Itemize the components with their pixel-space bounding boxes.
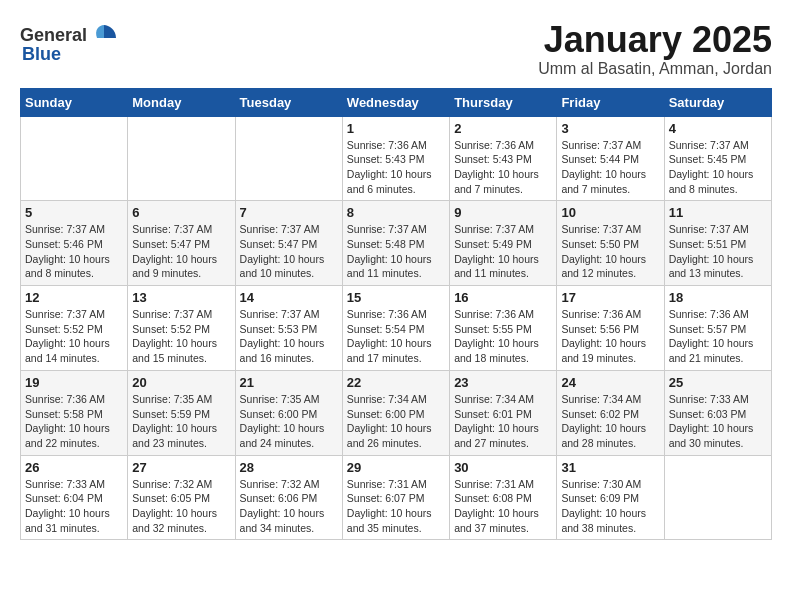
- day-number: 9: [454, 205, 552, 220]
- day-info: Sunrise: 7:36 AM Sunset: 5:43 PM Dayligh…: [454, 138, 552, 197]
- calendar-cell: 5Sunrise: 7:37 AM Sunset: 5:46 PM Daylig…: [21, 201, 128, 286]
- calendar-cell: 23Sunrise: 7:34 AM Sunset: 6:01 PM Dayli…: [450, 370, 557, 455]
- day-number: 25: [669, 375, 767, 390]
- logo-icon: [89, 20, 119, 50]
- weekday-header-row: SundayMondayTuesdayWednesdayThursdayFrid…: [21, 88, 772, 116]
- calendar-week-row: 1Sunrise: 7:36 AM Sunset: 5:43 PM Daylig…: [21, 116, 772, 201]
- day-number: 7: [240, 205, 338, 220]
- calendar-cell: 29Sunrise: 7:31 AM Sunset: 6:07 PM Dayli…: [342, 455, 449, 540]
- logo: General Blue: [20, 20, 119, 65]
- day-info: Sunrise: 7:36 AM Sunset: 5:56 PM Dayligh…: [561, 307, 659, 366]
- weekday-header: Tuesday: [235, 88, 342, 116]
- day-number: 20: [132, 375, 230, 390]
- day-number: 27: [132, 460, 230, 475]
- logo-general: General: [20, 25, 87, 46]
- day-info: Sunrise: 7:37 AM Sunset: 5:46 PM Dayligh…: [25, 222, 123, 281]
- day-number: 5: [25, 205, 123, 220]
- day-number: 10: [561, 205, 659, 220]
- calendar-cell: 21Sunrise: 7:35 AM Sunset: 6:00 PM Dayli…: [235, 370, 342, 455]
- day-info: Sunrise: 7:34 AM Sunset: 6:00 PM Dayligh…: [347, 392, 445, 451]
- month-title: January 2025: [538, 20, 772, 60]
- day-info: Sunrise: 7:31 AM Sunset: 6:07 PM Dayligh…: [347, 477, 445, 536]
- calendar-cell: [235, 116, 342, 201]
- day-number: 16: [454, 290, 552, 305]
- day-number: 18: [669, 290, 767, 305]
- day-info: Sunrise: 7:33 AM Sunset: 6:03 PM Dayligh…: [669, 392, 767, 451]
- calendar-cell: [21, 116, 128, 201]
- calendar-cell: 31Sunrise: 7:30 AM Sunset: 6:09 PM Dayli…: [557, 455, 664, 540]
- calendar-week-row: 5Sunrise: 7:37 AM Sunset: 5:46 PM Daylig…: [21, 201, 772, 286]
- day-number: 30: [454, 460, 552, 475]
- day-info: Sunrise: 7:32 AM Sunset: 6:05 PM Dayligh…: [132, 477, 230, 536]
- day-number: 19: [25, 375, 123, 390]
- day-info: Sunrise: 7:34 AM Sunset: 6:01 PM Dayligh…: [454, 392, 552, 451]
- weekday-header: Sunday: [21, 88, 128, 116]
- calendar-cell: 6Sunrise: 7:37 AM Sunset: 5:47 PM Daylig…: [128, 201, 235, 286]
- calendar-cell: [128, 116, 235, 201]
- calendar-cell: 9Sunrise: 7:37 AM Sunset: 5:49 PM Daylig…: [450, 201, 557, 286]
- calendar-cell: 1Sunrise: 7:36 AM Sunset: 5:43 PM Daylig…: [342, 116, 449, 201]
- day-number: 31: [561, 460, 659, 475]
- day-info: Sunrise: 7:37 AM Sunset: 5:53 PM Dayligh…: [240, 307, 338, 366]
- calendar-cell: 28Sunrise: 7:32 AM Sunset: 6:06 PM Dayli…: [235, 455, 342, 540]
- day-info: Sunrise: 7:37 AM Sunset: 5:49 PM Dayligh…: [454, 222, 552, 281]
- logo-blue: Blue: [22, 44, 61, 65]
- day-info: Sunrise: 7:36 AM Sunset: 5:43 PM Dayligh…: [347, 138, 445, 197]
- day-number: 4: [669, 121, 767, 136]
- day-info: Sunrise: 7:36 AM Sunset: 5:55 PM Dayligh…: [454, 307, 552, 366]
- calendar-cell: 13Sunrise: 7:37 AM Sunset: 5:52 PM Dayli…: [128, 286, 235, 371]
- calendar-table: SundayMondayTuesdayWednesdayThursdayFrid…: [20, 88, 772, 541]
- calendar-cell: 12Sunrise: 7:37 AM Sunset: 5:52 PM Dayli…: [21, 286, 128, 371]
- page-header: General Blue January 2025 Umm al Basatin…: [20, 20, 772, 78]
- day-number: 2: [454, 121, 552, 136]
- calendar-cell: 3Sunrise: 7:37 AM Sunset: 5:44 PM Daylig…: [557, 116, 664, 201]
- day-info: Sunrise: 7:35 AM Sunset: 6:00 PM Dayligh…: [240, 392, 338, 451]
- calendar-cell: 4Sunrise: 7:37 AM Sunset: 5:45 PM Daylig…: [664, 116, 771, 201]
- calendar-cell: 2Sunrise: 7:36 AM Sunset: 5:43 PM Daylig…: [450, 116, 557, 201]
- day-number: 29: [347, 460, 445, 475]
- day-number: 22: [347, 375, 445, 390]
- calendar-cell: 8Sunrise: 7:37 AM Sunset: 5:48 PM Daylig…: [342, 201, 449, 286]
- calendar-cell: 11Sunrise: 7:37 AM Sunset: 5:51 PM Dayli…: [664, 201, 771, 286]
- day-info: Sunrise: 7:37 AM Sunset: 5:51 PM Dayligh…: [669, 222, 767, 281]
- day-number: 8: [347, 205, 445, 220]
- day-info: Sunrise: 7:36 AM Sunset: 5:58 PM Dayligh…: [25, 392, 123, 451]
- day-number: 24: [561, 375, 659, 390]
- calendar-cell: 25Sunrise: 7:33 AM Sunset: 6:03 PM Dayli…: [664, 370, 771, 455]
- calendar-cell: 24Sunrise: 7:34 AM Sunset: 6:02 PM Dayli…: [557, 370, 664, 455]
- day-info: Sunrise: 7:30 AM Sunset: 6:09 PM Dayligh…: [561, 477, 659, 536]
- day-info: Sunrise: 7:37 AM Sunset: 5:48 PM Dayligh…: [347, 222, 445, 281]
- calendar-cell: 17Sunrise: 7:36 AM Sunset: 5:56 PM Dayli…: [557, 286, 664, 371]
- calendar-cell: 19Sunrise: 7:36 AM Sunset: 5:58 PM Dayli…: [21, 370, 128, 455]
- day-info: Sunrise: 7:37 AM Sunset: 5:52 PM Dayligh…: [25, 307, 123, 366]
- day-number: 17: [561, 290, 659, 305]
- day-info: Sunrise: 7:32 AM Sunset: 6:06 PM Dayligh…: [240, 477, 338, 536]
- day-info: Sunrise: 7:37 AM Sunset: 5:50 PM Dayligh…: [561, 222, 659, 281]
- day-number: 28: [240, 460, 338, 475]
- day-info: Sunrise: 7:33 AM Sunset: 6:04 PM Dayligh…: [25, 477, 123, 536]
- calendar-cell: 18Sunrise: 7:36 AM Sunset: 5:57 PM Dayli…: [664, 286, 771, 371]
- location: Umm al Basatin, Amman, Jordan: [538, 60, 772, 78]
- calendar-cell: 15Sunrise: 7:36 AM Sunset: 5:54 PM Dayli…: [342, 286, 449, 371]
- weekday-header: Thursday: [450, 88, 557, 116]
- calendar-cell: 10Sunrise: 7:37 AM Sunset: 5:50 PM Dayli…: [557, 201, 664, 286]
- calendar-cell: 16Sunrise: 7:36 AM Sunset: 5:55 PM Dayli…: [450, 286, 557, 371]
- day-info: Sunrise: 7:36 AM Sunset: 5:54 PM Dayligh…: [347, 307, 445, 366]
- day-number: 21: [240, 375, 338, 390]
- day-info: Sunrise: 7:31 AM Sunset: 6:08 PM Dayligh…: [454, 477, 552, 536]
- day-number: 23: [454, 375, 552, 390]
- calendar-week-row: 26Sunrise: 7:33 AM Sunset: 6:04 PM Dayli…: [21, 455, 772, 540]
- calendar-cell: 14Sunrise: 7:37 AM Sunset: 5:53 PM Dayli…: [235, 286, 342, 371]
- calendar-cell: 20Sunrise: 7:35 AM Sunset: 5:59 PM Dayli…: [128, 370, 235, 455]
- day-info: Sunrise: 7:37 AM Sunset: 5:45 PM Dayligh…: [669, 138, 767, 197]
- weekday-header: Monday: [128, 88, 235, 116]
- day-number: 14: [240, 290, 338, 305]
- calendar-cell: 7Sunrise: 7:37 AM Sunset: 5:47 PM Daylig…: [235, 201, 342, 286]
- day-number: 12: [25, 290, 123, 305]
- day-number: 26: [25, 460, 123, 475]
- day-number: 3: [561, 121, 659, 136]
- day-info: Sunrise: 7:36 AM Sunset: 5:57 PM Dayligh…: [669, 307, 767, 366]
- calendar-week-row: 12Sunrise: 7:37 AM Sunset: 5:52 PM Dayli…: [21, 286, 772, 371]
- day-info: Sunrise: 7:34 AM Sunset: 6:02 PM Dayligh…: [561, 392, 659, 451]
- title-block: January 2025 Umm al Basatin, Amman, Jord…: [538, 20, 772, 78]
